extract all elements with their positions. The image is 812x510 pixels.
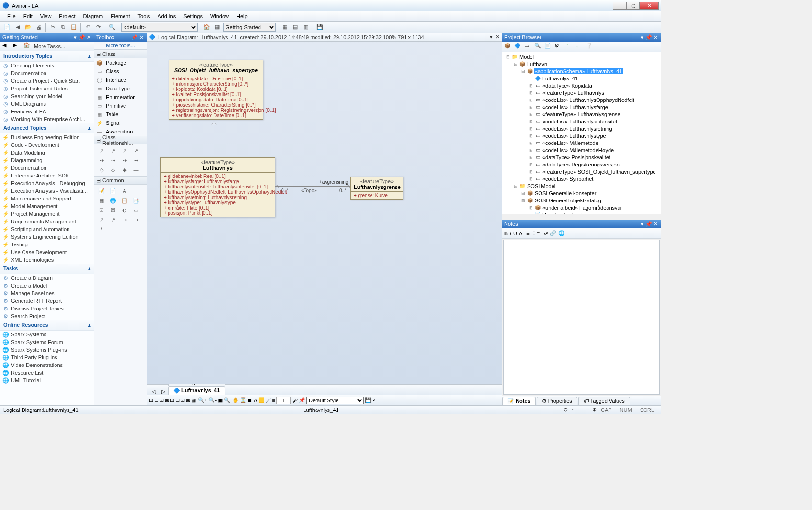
align-icon[interactable]: ⊠ <box>186 397 190 403</box>
font-icon[interactable]: A <box>254 398 257 403</box>
grid-icon[interactable]: ▦ <box>280 22 290 32</box>
gs-item[interactable]: ◎UML Diagrams <box>0 100 94 108</box>
panel-icon[interactable]: ▤ <box>291 22 300 32</box>
gs-item[interactable]: ⚙Search Project <box>0 312 94 320</box>
gs-item[interactable]: ◎Project Tasks and Roles <box>0 85 94 92</box>
rel-tool[interactable]: ↗ <box>119 146 130 155</box>
gs-item[interactable]: ⚡Project Management <box>0 210 94 218</box>
minimize-button[interactable]: — <box>613 2 626 10</box>
common-tool[interactable]: ◐ <box>119 206 130 214</box>
spinner-input[interactable] <box>276 397 291 404</box>
gs-item[interactable]: 🌐Video Demonstrations <box>0 361 94 369</box>
notes-tab[interactable]: ⚙ Properties <box>537 397 577 405</box>
common-tool[interactable]: 🌐 <box>108 196 118 205</box>
notes-header[interactable]: Notes ▾ 📌 ✕ <box>502 220 661 228</box>
tree-node[interactable]: ⊟📦SOSI Generell objektkatalog <box>503 197 660 204</box>
tree-node[interactable]: ⊞▭«codeList» Lufthavnlysintensitet <box>503 118 660 125</box>
tree-node[interactable]: ⊞▭«featureType» Lufthavnlys <box>503 89 660 96</box>
menu-file[interactable]: File <box>3 13 20 19</box>
class-sosi-objekt[interactable]: «featureType»SOSI_Objekt_lufthavn_supert… <box>169 60 263 120</box>
common-tool[interactable]: ▭ <box>131 206 141 214</box>
menu-settings[interactable]: Settings <box>180 13 206 19</box>
new-diag-icon[interactable]: 🔷 <box>514 43 523 51</box>
font-color-icon[interactable]: A <box>519 231 522 236</box>
maximize-button[interactable]: ▢ <box>626 2 640 10</box>
association-line[interactable] <box>275 186 350 187</box>
pin-icon[interactable]: 📌 <box>645 221 652 227</box>
search-icon[interactable]: 🔍 <box>107 22 117 32</box>
filter-icon[interactable]: ⏳ <box>240 397 247 403</box>
layers-icon[interactable]: ≣ <box>248 397 252 403</box>
tab-scroll-right-icon[interactable]: ▷ <box>158 388 168 395</box>
common-tool[interactable]: ☒ <box>108 206 118 214</box>
common-tool[interactable]: ▦ <box>96 196 107 205</box>
titlebar[interactable]: 🔵 Avinor - EA — ▢ ✕ <box>0 0 661 11</box>
rel-tool[interactable]: — <box>131 166 141 174</box>
copy-icon[interactable]: ⧉ <box>58 22 68 32</box>
gs-item[interactable]: ⚡Business Engineering Edition <box>0 133 94 141</box>
common-tool[interactable]: ≡ <box>131 187 141 195</box>
class-section-header[interactable]: ⊟Class <box>94 50 147 58</box>
redo-icon[interactable]: ↷ <box>93 22 103 32</box>
brush-icon[interactable]: 🖌 <box>293 398 298 403</box>
menu-project[interactable]: Project <box>55 13 79 19</box>
notes-tab[interactable]: 🏷 Tagged Values <box>578 397 630 405</box>
rel-tool[interactable]: ◇ <box>96 166 107 174</box>
close-icon[interactable]: ✕ <box>652 221 659 227</box>
tree-node[interactable]: ⊞▭«codeList» Lufthavnlysretning <box>503 125 660 132</box>
class-lufthavnlysgrense[interactable]: «featureType»Lufthavnlysgrense + grense:… <box>350 177 403 200</box>
tree-node[interactable]: ⊞▭«dataType» Registreringsversjon <box>503 161 660 168</box>
tree-node[interactable]: ⊞📦SOSI Generelle konsepter <box>503 189 660 197</box>
align-icon[interactable]: ▦ <box>191 397 196 403</box>
underline-icon[interactable]: U <box>513 231 517 236</box>
pin-icon[interactable]: 📌 <box>299 397 305 403</box>
gs-item[interactable]: ⚡Requirements Management <box>0 218 94 225</box>
numlist-icon[interactable]: ⋮≡ <box>531 230 540 236</box>
align-icon[interactable]: ⊠ <box>165 397 169 403</box>
menu-element[interactable]: Element <box>107 13 134 19</box>
line-icon[interactable]: ／ <box>266 397 271 404</box>
tree-node[interactable]: ⊞▭«featureType» Lufthavnlysgrense <box>503 111 660 118</box>
toolbox-item[interactable]: ⚡Signal <box>94 119 147 127</box>
close-tab-icon[interactable]: ✕ <box>496 34 500 40</box>
gs-item[interactable]: ⚡Diagramming <box>0 156 94 164</box>
gs-section-header[interactable]: Introductory Topics▴ <box>0 51 94 62</box>
style-combo[interactable]: Default Style <box>306 397 364 404</box>
toolbox-item[interactable]: ▭Class <box>94 67 147 76</box>
gs-item[interactable]: 🌐Sparx Systems Forum <box>0 338 94 346</box>
gs-item[interactable]: ⚙Generate RTF Report <box>0 297 94 305</box>
gs-item[interactable]: ⚡Scripting and Automation <box>0 225 94 233</box>
gs-item[interactable]: 🌐Sparx Systems <box>0 331 94 338</box>
toolbox-header[interactable]: Toolbox 📌 ✕ <box>94 33 147 42</box>
common-tool[interactable]: 📑 <box>131 196 141 205</box>
rel-tool[interactable]: ⇢ <box>131 156 141 165</box>
rel-tool[interactable]: ⇢ <box>96 156 107 165</box>
tree-node[interactable]: ⊞▭«codeList» Målemetode <box>503 139 660 146</box>
nav-home-icon[interactable]: 🏠 <box>23 42 32 51</box>
panel2-icon[interactable]: ▥ <box>301 22 311 32</box>
fill-icon[interactable]: 🟨 <box>258 397 265 403</box>
rel-tool[interactable]: ◇ <box>108 166 118 174</box>
gs-item[interactable]: ⚡Data Modeling <box>0 149 94 156</box>
tree-node[interactable]: ⊞▭«dataType» Posisjonskvalitet <box>503 154 660 161</box>
pin-icon[interactable]: 📌 <box>79 34 85 41</box>
diagram-tab[interactable]: 🔷 Lufthavnlys_41 <box>168 386 225 395</box>
gs-item[interactable]: ⚡Execution Analysis - Debugging <box>0 179 94 187</box>
open-icon[interactable]: 📂 <box>23 22 33 32</box>
gs-section-header[interactable]: Advanced Topics▴ <box>0 123 94 133</box>
zoom-out-icon[interactable]: 🔍- <box>208 397 217 403</box>
nav-back-icon[interactable]: ◀ <box>2 42 11 51</box>
tree-node[interactable]: ⊟📦«applicationSchema» Lufthavnlys_41 <box>503 67 660 75</box>
gs-item[interactable]: ⚡Systems Engineering Edition <box>0 233 94 241</box>
menu-diagram[interactable]: Diagram <box>79 13 107 19</box>
paste-icon[interactable]: 📋 <box>69 22 79 32</box>
gs-item[interactable]: ◎Creating Elements <box>0 62 94 69</box>
notes-tab[interactable]: 📝 Notes <box>502 397 536 405</box>
tree-node[interactable]: ⊞▭«codeList» Lufthavnlystype <box>503 132 660 139</box>
zoom-slider[interactable]: ⊖─◦─────⊕ <box>564 407 597 413</box>
class-lufthavnlys[interactable]: «featureType»Lufthavnlys + glidebanevink… <box>160 157 275 217</box>
save-style-icon[interactable]: 💾 <box>365 397 372 403</box>
pin-icon[interactable]: 📌 <box>131 34 138 41</box>
gs-section-header[interactable]: Tasks▴ <box>0 264 94 274</box>
save-layout-icon[interactable]: 💾 <box>315 22 325 32</box>
